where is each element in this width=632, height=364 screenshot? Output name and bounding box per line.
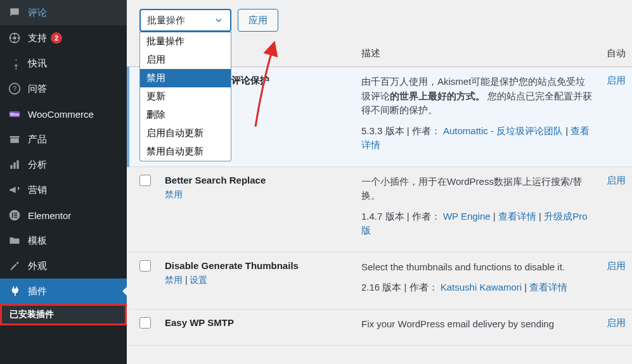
meta-link[interactable]: 查看详情 <box>529 282 567 292</box>
svg-rect-14 <box>14 215 17 216</box>
plugin-meta: 5.3.3 版本 | 作者： Automattic - 反垃圾评论团队 | 查看… <box>361 124 594 153</box>
support-icon <box>8 32 22 44</box>
svg-rect-8 <box>10 165 12 169</box>
dropdown-option[interactable]: 禁用自动更新 <box>140 142 231 161</box>
plugin-name: Easy WP SMTP <box>165 317 349 328</box>
plugin-description: Fix your WordPress email delivery by sen… <box>361 317 594 332</box>
row-checkbox[interactable] <box>139 317 151 329</box>
plugin-description: Select the thumbnails and functions to d… <box>361 260 594 275</box>
auto-update-link[interactable]: 启用 <box>607 317 626 328</box>
main-content: 批量操作 应用 批量操作启用禁用更新删除启用自动更新禁用自动更新 插件 描述 自… <box>127 0 632 364</box>
sidebar-item-label: 外观 <box>28 260 47 272</box>
sidebar-item-comment[interactable]: 评论 <box>0 0 127 25</box>
header-auto-update[interactable]: 自动 <box>600 41 632 67</box>
meta-link[interactable]: 查看详情 <box>498 211 536 222</box>
svg-rect-10 <box>16 160 18 168</box>
sidebar-item-label: 评论 <box>28 7 47 19</box>
row-action-link[interactable]: 设置 <box>190 275 207 285</box>
dropdown-option[interactable]: 启用 <box>140 51 231 69</box>
brush-icon <box>8 260 22 272</box>
comment-icon <box>8 6 22 19</box>
svg-rect-13 <box>14 213 17 214</box>
sidebar-item-label: 模板 <box>28 235 47 247</box>
sidebar-item-label: 产品 <box>28 134 47 146</box>
sidebar-item-folder[interactable]: 模板 <box>0 228 127 253</box>
row-checkbox[interactable] <box>139 175 151 186</box>
plug-icon <box>8 285 22 298</box>
dropdown-option[interactable]: 更新 <box>140 87 231 106</box>
chart-icon <box>8 158 22 171</box>
woo-icon: Woo <box>8 108 22 120</box>
bulk-action-dropdown: 批量操作启用禁用更新删除启用自动更新禁用自动更新 <box>139 32 231 161</box>
author-link[interactable]: Katsushi Kawamori <box>441 282 522 292</box>
svg-text:Woo: Woo <box>10 112 19 116</box>
plugin-meta: 2.16 版本 | 作者： Katsushi Kawamori | 查看详情 <box>361 280 594 295</box>
sidebar-item-chart[interactable]: 分析 <box>0 152 127 177</box>
dropdown-option[interactable]: 启用自动更新 <box>140 124 231 142</box>
sidebar-item-plug[interactable]: 插件 <box>0 279 127 304</box>
author-link[interactable]: WP Engine <box>443 211 491 222</box>
sidebar-item-help[interactable]: ?问答 <box>0 76 127 101</box>
sidebar-item-label: WooCommerce <box>28 109 94 120</box>
row-action-link[interactable]: 禁用 <box>165 275 183 285</box>
badge: 2 <box>51 32 62 44</box>
row-checkbox[interactable] <box>139 260 151 272</box>
sidebar-item-megaphone[interactable]: 营销 <box>0 177 127 203</box>
plugin-meta: 1.4.7 版本 | 作者： WP Engine | 查看详情 | 升级成Pro… <box>361 210 594 238</box>
svg-rect-12 <box>12 213 13 218</box>
sidebar-item-woo[interactable]: WooWooCommerce <box>0 101 127 127</box>
sidebar-item-label: Elementor <box>28 210 71 221</box>
sidebar-item-support[interactable]: 支持2 <box>0 25 127 51</box>
svg-rect-9 <box>13 163 15 169</box>
apply-button[interactable]: 应用 <box>238 9 278 32</box>
dropdown-option[interactable]: 批量操作 <box>140 32 231 51</box>
sidebar-item-label: 快讯 <box>28 58 47 70</box>
pin-icon <box>8 57 22 70</box>
megaphone-icon <box>8 184 22 196</box>
bulk-action-select[interactable]: 批量操作 <box>139 9 231 32</box>
sidebar-item-archive[interactable]: 产品 <box>0 127 127 152</box>
table-row: Better Search Replace禁用一个小插件，用于在WordPres… <box>128 166 632 252</box>
folder-icon <box>8 234 22 247</box>
sidebar-item-label: 分析 <box>28 159 47 171</box>
svg-rect-15 <box>14 217 17 218</box>
auto-update-link[interactable]: 启用 <box>607 175 626 185</box>
author-link[interactable]: Automattic - 反垃圾评论团队 <box>443 125 563 136</box>
sidebar-item-brush[interactable]: 外观 <box>0 253 127 279</box>
admin-sidebar: 评论支持2快讯?问答WooWooCommerce产品分析营销Elementor模… <box>0 0 127 364</box>
bulk-action-label: 批量操作 <box>147 15 185 27</box>
dropdown-option[interactable]: 删除 <box>140 106 231 124</box>
dropdown-option[interactable]: 禁用 <box>140 69 231 87</box>
elementor-icon <box>8 209 22 222</box>
chevron-down-icon <box>214 15 224 25</box>
sidebar-item-pin[interactable]: 快讯 <box>0 51 127 76</box>
help-icon: ? <box>8 82 22 95</box>
plugin-description: 一个小插件，用于在WordPress数据库上运行搜索/替换。 <box>361 175 594 203</box>
sidebar-item-label: 问答 <box>28 83 47 95</box>
sidebar-item-elementor[interactable]: Elementor <box>0 203 127 228</box>
submenu-installed-plugins[interactable]: 已安装插件 <box>0 304 127 325</box>
archive-icon <box>8 133 22 146</box>
sidebar-item-label: 支持 <box>28 32 47 44</box>
svg-point-1 <box>13 37 16 40</box>
header-description[interactable]: 描述 <box>355 41 600 67</box>
plugin-name: Disable Generate Thumbnails <box>165 260 349 271</box>
sidebar-item-label: 营销 <box>28 184 47 196</box>
auto-update-link[interactable]: 启用 <box>607 260 626 271</box>
plugin-description: 由千百万人使用，Akismet可能是保护您的站点免受垃圾评论的世界上最好的方式。… <box>361 75 594 118</box>
row-action-link[interactable]: 禁用 <box>165 189 183 199</box>
svg-text:?: ? <box>13 84 17 92</box>
auto-update-link[interactable]: 启用 <box>607 75 626 85</box>
table-row: Disable Generate Thumbnails禁用 | 设置Select… <box>128 252 632 309</box>
plugin-name: Better Search Replace <box>165 175 349 185</box>
svg-rect-7 <box>10 138 18 143</box>
sidebar-item-label: 插件 <box>28 286 47 298</box>
table-row: Easy WP SMTPFix your WordPress email del… <box>128 309 632 346</box>
svg-rect-6 <box>10 136 20 138</box>
